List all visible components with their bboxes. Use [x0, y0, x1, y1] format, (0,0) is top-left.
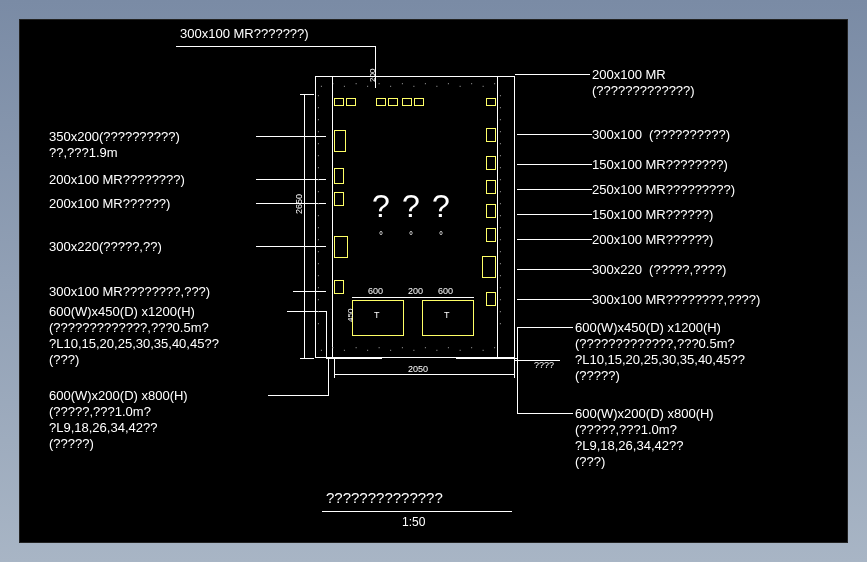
left-label-3: 300x220(?????,??)	[49, 239, 162, 255]
equip-t2: T	[444, 310, 450, 320]
right-label-4: 150x100 MR??????)	[592, 207, 713, 223]
right-leader-8c	[456, 358, 518, 359]
dim-top-2: 200	[408, 286, 423, 296]
right-leader-3	[517, 189, 592, 190]
comp-l1	[334, 98, 344, 106]
center-q2d: °	[409, 230, 413, 241]
dim-ext-bl	[334, 358, 335, 378]
dim-top-right: 200	[368, 69, 377, 82]
right-leader-8b	[517, 327, 518, 359]
right-label-0: 200x100 MR (?????????????)	[592, 67, 695, 99]
bottom-note: ????	[534, 360, 554, 370]
comp-l1b	[346, 98, 356, 106]
comp-r5	[486, 204, 496, 218]
right-leader-8a	[517, 327, 573, 328]
comp-r1	[486, 98, 496, 106]
comp-t4	[414, 98, 424, 106]
right-label-5: 200x100 MR??????)	[592, 232, 713, 248]
left-label-4: 300x100 MR????????,???)	[49, 284, 210, 300]
left-label-6: 600(W)x200(D) x800(H) (?????,???1.0m? ?L…	[49, 388, 188, 452]
equip-t1: T	[374, 310, 380, 320]
hatch-bottom: . · . · . · . · . · . · . · . ·	[320, 342, 510, 353]
dim-bottom: 2050	[408, 364, 428, 374]
dim-ext-br	[514, 358, 515, 378]
right-leader-4	[517, 214, 592, 215]
right-leader-5	[517, 239, 592, 240]
header-label: 300x100 MR???????)	[180, 26, 309, 42]
title-underline	[322, 511, 512, 512]
header-underline	[176, 46, 376, 47]
left-leader-6a	[268, 395, 328, 396]
right-leader-9a	[517, 413, 573, 414]
dim-ext-lt	[300, 94, 314, 95]
right-label-8: 600(W)x450(D) x1200(H) (?????????????,??…	[575, 320, 745, 384]
right-leader-6	[517, 269, 592, 270]
comp-l5	[334, 236, 348, 258]
center-q3: ?	[432, 188, 450, 225]
right-label-7: 300x100 MR????????,????)	[592, 292, 760, 308]
dim-line-top	[352, 297, 474, 298]
drawing-title: ??????????????	[326, 490, 443, 506]
comp-l6	[334, 280, 344, 294]
center-q3d: °	[439, 230, 443, 241]
comp-r8	[486, 292, 496, 306]
comp-l4	[334, 192, 344, 206]
dim-left: 2650	[294, 194, 304, 214]
hatch-left: · · · · · · · · · · · · · · · · · · · ·	[317, 90, 329, 330]
dim-top-3: 600	[438, 286, 453, 296]
right-leader-7	[517, 299, 592, 300]
comp-t1	[376, 98, 386, 106]
comp-l3	[334, 168, 344, 184]
right-leader-0	[515, 74, 590, 75]
right-label-1: 300x100 (??????????)	[592, 127, 730, 143]
left-label-5: 600(W)x450(D) x1200(H) (?????????????,??…	[49, 304, 219, 368]
dim-line-bottom	[334, 374, 514, 375]
comp-r6	[486, 228, 496, 242]
left-leader-6b	[328, 358, 329, 396]
comp-r2	[486, 128, 496, 142]
center-q2: ?	[402, 188, 420, 225]
right-label-3: 250x100 MR?????????)	[592, 182, 735, 198]
right-leader-1	[517, 134, 592, 135]
center-q1d: °	[379, 230, 383, 241]
comp-l2	[334, 130, 346, 152]
center-q1: ?	[372, 188, 390, 225]
hatch-top: . · . · . · . · . · . · . · . ·	[320, 78, 510, 89]
right-leader-2	[517, 164, 592, 165]
dim-450: 450	[346, 309, 355, 322]
comp-r4	[486, 180, 496, 194]
dim-ext-lb	[300, 358, 314, 359]
dim-line-left	[304, 94, 305, 358]
hatch-right: · · · · · · · · · · · · · · · · · · · ·	[499, 90, 511, 330]
cad-viewport[interactable]: 300x100 MR???????) 350x200(??????????) ?…	[19, 19, 848, 543]
right-label-9: 600(W)x200(D) x800(H) (?????,???1.0m? ?L…	[575, 406, 714, 470]
comp-r7	[482, 256, 496, 278]
left-label-0: 350x200(??????????) ??,???1.9m	[49, 129, 180, 161]
right-leader-9b	[517, 358, 518, 414]
comp-t3	[402, 98, 412, 106]
left-label-2: 200x100 MR??????)	[49, 196, 170, 212]
comp-t2	[388, 98, 398, 106]
drawing-scale: 1:50	[402, 514, 425, 530]
right-label-2: 150x100 MR????????)	[592, 157, 728, 173]
right-label-6: 300x220 (?????,????)	[592, 262, 726, 278]
bottom-note-line	[515, 360, 560, 361]
left-label-1: 200x100 MR????????)	[49, 172, 185, 188]
comp-r3	[486, 156, 496, 170]
dim-top-1: 600	[368, 286, 383, 296]
